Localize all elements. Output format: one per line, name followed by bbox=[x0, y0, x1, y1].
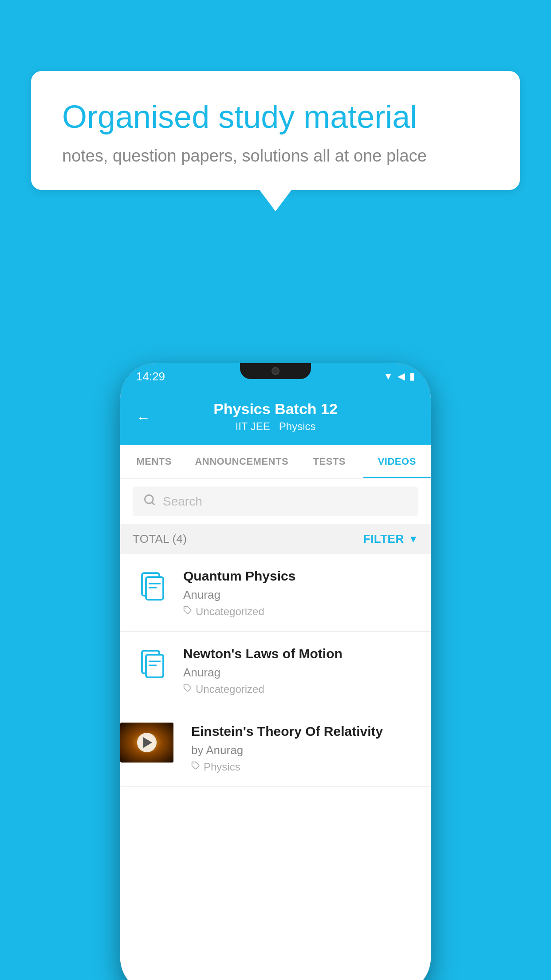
search-input-wrapper[interactable]: Search bbox=[133, 486, 418, 516]
header-subject: Physics bbox=[279, 420, 316, 433]
list-item[interactable]: Quantum Physics Anurag Uncategorized bbox=[120, 554, 431, 632]
speech-bubble-card: Organised study material notes, question… bbox=[31, 71, 520, 190]
tag-icon bbox=[183, 606, 192, 617]
filter-row: TOTAL (4) FILTER ▼ bbox=[120, 524, 431, 554]
filter-button[interactable]: FILTER ▼ bbox=[363, 532, 418, 546]
speech-bubble-section: Organised study material notes, question… bbox=[31, 71, 520, 211]
phone-screen: 14:29 ▼ ◀ ▮ ← Physics Batch 12 IIT JEE bbox=[120, 363, 431, 980]
header-category: IIT JEE bbox=[236, 420, 270, 433]
file-icon bbox=[137, 647, 169, 684]
bubble-subtitle: notes, question papers, solutions all at… bbox=[62, 146, 489, 166]
video-info: Einstein's Theory Of Relativity by Anura… bbox=[184, 723, 418, 773]
search-container: Search bbox=[120, 478, 431, 524]
tabs-bar: MENTS ANNOUNCEMENTS TESTS VIDEOS bbox=[120, 445, 431, 478]
search-input[interactable]: Search bbox=[163, 494, 202, 509]
list-item[interactable]: Newton's Laws of Motion Anurag Uncategor… bbox=[120, 632, 431, 709]
tag-icon bbox=[183, 684, 192, 695]
search-icon bbox=[143, 494, 156, 509]
app-header: ← Physics Batch 12 IIT JEE Physics bbox=[120, 390, 431, 445]
video-author: Anurag bbox=[183, 666, 418, 680]
video-title: Newton's Laws of Motion bbox=[183, 645, 418, 662]
filter-label: FILTER bbox=[363, 532, 404, 546]
phone-outer: 14:29 ▼ ◀ ▮ ← Physics Batch 12 IIT JEE bbox=[120, 363, 431, 980]
header-subtitle: IIT JEE Physics bbox=[236, 420, 316, 433]
wifi-icon: ▼ bbox=[383, 371, 393, 382]
video-tag: Physics bbox=[191, 761, 418, 773]
file-icon bbox=[137, 569, 169, 606]
tab-tests[interactable]: TESTS bbox=[295, 445, 363, 478]
video-info: Newton's Laws of Motion Anurag Uncategor… bbox=[183, 645, 418, 695]
tab-videos[interactable]: VIDEOS bbox=[363, 445, 431, 478]
video-title: Quantum Physics bbox=[183, 567, 418, 585]
video-author: by Anurag bbox=[191, 743, 418, 757]
svg-line-1 bbox=[152, 502, 154, 504]
signal-icon: ◀ bbox=[398, 371, 405, 382]
list-item[interactable]: Einstein's Theory Of Relativity by Anura… bbox=[120, 709, 431, 787]
tag-label: Uncategorized bbox=[196, 683, 264, 695]
video-thumbnail bbox=[120, 723, 173, 763]
notch bbox=[240, 363, 311, 379]
screen-content: ← Physics Batch 12 IIT JEE Physics MENTS… bbox=[120, 390, 431, 980]
file-icon-wrapper bbox=[133, 567, 173, 607]
video-tag: Uncategorized bbox=[183, 605, 418, 618]
video-author: Anurag bbox=[183, 588, 418, 602]
speech-bubble-tail bbox=[260, 190, 291, 211]
video-title: Einstein's Theory Of Relativity bbox=[191, 723, 418, 740]
total-count: TOTAL (4) bbox=[133, 532, 187, 546]
front-camera bbox=[272, 367, 279, 375]
status-bar: 14:29 ▼ ◀ ▮ bbox=[120, 363, 431, 390]
video-info: Quantum Physics Anurag Uncategorized bbox=[183, 567, 418, 618]
video-tag: Uncategorized bbox=[183, 683, 418, 695]
header-title: Physics Batch 12 bbox=[213, 400, 338, 418]
tag-label: Uncategorized bbox=[196, 605, 264, 618]
phone-frame: 14:29 ▼ ◀ ▮ ← Physics Batch 12 IIT JEE bbox=[120, 363, 431, 980]
tag-icon bbox=[191, 761, 200, 773]
filter-icon: ▼ bbox=[409, 533, 418, 545]
status-time: 14:29 bbox=[136, 370, 165, 383]
tab-ments[interactable]: MENTS bbox=[120, 445, 188, 478]
video-list: Quantum Physics Anurag Uncategorized bbox=[120, 554, 431, 980]
tab-announcements[interactable]: ANNOUNCEMENTS bbox=[188, 445, 295, 478]
play-button[interactable] bbox=[137, 733, 157, 752]
file-icon-wrapper bbox=[133, 645, 173, 685]
bubble-title: Organised study material bbox=[62, 98, 489, 136]
play-icon bbox=[143, 737, 152, 748]
back-button[interactable]: ← bbox=[136, 409, 150, 426]
battery-icon: ▮ bbox=[409, 371, 415, 382]
status-icons: ▼ ◀ ▮ bbox=[383, 371, 415, 382]
tag-label: Physics bbox=[204, 761, 240, 773]
